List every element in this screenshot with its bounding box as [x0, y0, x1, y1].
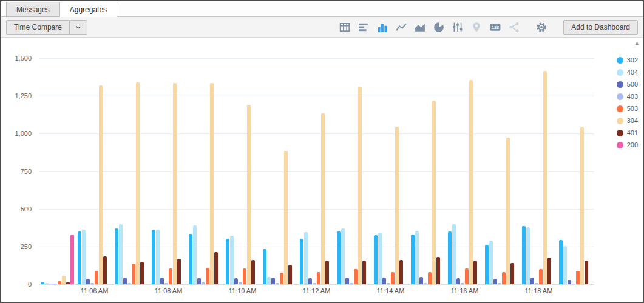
area-chart-icon[interactable] — [415, 22, 425, 33]
bar-302[interactable] — [300, 239, 303, 284]
bar-503[interactable] — [58, 281, 61, 284]
bar-500[interactable] — [493, 279, 497, 284]
bar-302[interactable] — [485, 245, 489, 284]
bar-403[interactable] — [424, 283, 427, 284]
bar-404[interactable] — [230, 236, 234, 284]
bar-401[interactable] — [585, 261, 588, 284]
bar-500[interactable] — [49, 284, 53, 284]
bar-500[interactable] — [530, 278, 534, 284]
sliders-icon[interactable] — [452, 22, 463, 33]
bar-500[interactable] — [234, 278, 238, 284]
bar-500[interactable] — [197, 278, 201, 284]
pie-chart-icon[interactable] — [433, 22, 444, 33]
bar-403[interactable] — [127, 283, 131, 284]
bar-304[interactable] — [210, 83, 214, 284]
bar-403[interactable] — [53, 284, 57, 284]
bar-404[interactable] — [526, 227, 530, 284]
bar-304[interactable] — [395, 127, 399, 284]
bar-503[interactable] — [465, 268, 469, 284]
time-compare-button[interactable]: Time Compare — [6, 20, 70, 35]
bar-304[interactable] — [99, 85, 103, 284]
tab-aggregates[interactable]: Aggregates — [59, 2, 117, 17]
legend-item[interactable]: 401 — [617, 129, 638, 136]
bar-503[interactable] — [317, 272, 320, 284]
bar-200[interactable] — [70, 235, 74, 284]
bar-401[interactable] — [399, 260, 403, 284]
scroll-up-arrow[interactable]: ▲ — [634, 41, 640, 46]
bar-404[interactable] — [341, 228, 345, 284]
bar-500[interactable] — [123, 278, 127, 284]
bar-403[interactable] — [202, 282, 205, 284]
bar-rows-icon[interactable] — [358, 22, 369, 33]
bar-302[interactable] — [263, 249, 266, 284]
bar-302[interactable] — [522, 226, 526, 284]
bar-304[interactable] — [469, 80, 473, 284]
legend-item[interactable]: 404 — [617, 68, 638, 76]
bar-500[interactable] — [382, 278, 386, 284]
bar-401[interactable] — [140, 262, 144, 284]
bar-401[interactable] — [362, 261, 366, 284]
bar-500[interactable] — [86, 279, 90, 284]
bar-401[interactable] — [214, 252, 218, 284]
bar-304[interactable] — [136, 82, 140, 284]
bar-403[interactable] — [313, 283, 316, 284]
legend-item[interactable]: 403 — [617, 93, 638, 100]
bar-404[interactable] — [267, 277, 271, 284]
bar-304[interactable] — [62, 276, 66, 284]
bar-404[interactable] — [415, 231, 419, 284]
bar-304[interactable] — [543, 71, 547, 284]
bar-401[interactable] — [547, 258, 551, 284]
bar-403[interactable] — [498, 283, 501, 284]
bar-302[interactable] — [337, 231, 341, 284]
bar-302[interactable] — [152, 230, 155, 284]
bar-403[interactable] — [461, 283, 464, 284]
bar-500[interactable] — [308, 278, 312, 284]
bar-403[interactable] — [350, 283, 353, 284]
bar-401[interactable] — [66, 282, 70, 284]
bar-500[interactable] — [568, 280, 571, 284]
bar-403[interactable] — [387, 283, 390, 284]
bar-503[interactable] — [169, 268, 172, 284]
bar-302[interactable] — [41, 282, 44, 284]
bar-403[interactable] — [535, 283, 538, 284]
bar-304[interactable] — [358, 87, 362, 284]
bar-304[interactable] — [580, 127, 584, 284]
bar-500[interactable] — [271, 278, 275, 284]
bar-503[interactable] — [280, 273, 283, 284]
bar-302[interactable] — [189, 234, 192, 284]
bar-404[interactable] — [156, 230, 160, 284]
bar-302[interactable] — [115, 228, 118, 284]
bar-500[interactable] — [345, 278, 349, 284]
legend-item[interactable]: 200 — [617, 141, 638, 148]
legend-item[interactable]: 302 — [617, 56, 638, 64]
table-icon[interactable] — [339, 22, 350, 33]
bar-404[interactable] — [193, 225, 197, 284]
bar-304[interactable] — [432, 101, 436, 284]
legend-item[interactable]: 500 — [617, 81, 638, 88]
legend-item[interactable]: 503 — [617, 105, 638, 112]
bar-302[interactable] — [559, 240, 563, 284]
bar-chart-icon[interactable] — [377, 22, 388, 33]
bar-404[interactable] — [489, 241, 493, 284]
bar-403[interactable] — [239, 282, 242, 284]
tab-messages[interactable]: Messages — [6, 2, 60, 17]
bar-404[interactable] — [304, 232, 308, 284]
bar-503[interactable] — [206, 268, 209, 284]
bar-302[interactable] — [411, 235, 415, 284]
bar-304[interactable] — [284, 151, 288, 284]
bar-503[interactable] — [428, 272, 432, 284]
bar-304[interactable] — [247, 105, 251, 284]
bar-401[interactable] — [473, 261, 477, 284]
bar-403[interactable] — [572, 284, 575, 284]
bar-404[interactable] — [119, 224, 123, 284]
bar-500[interactable] — [419, 277, 423, 284]
bar-503[interactable] — [354, 269, 358, 284]
bar-401[interactable] — [177, 259, 181, 284]
bar-503[interactable] — [502, 272, 506, 284]
bar-302[interactable] — [448, 231, 452, 284]
bar-404[interactable] — [45, 283, 49, 284]
add-to-dashboard-button[interactable]: Add to Dashboard — [563, 20, 638, 35]
bar-401[interactable] — [510, 263, 514, 284]
bar-304[interactable] — [173, 83, 177, 284]
bar-403[interactable] — [164, 283, 168, 284]
